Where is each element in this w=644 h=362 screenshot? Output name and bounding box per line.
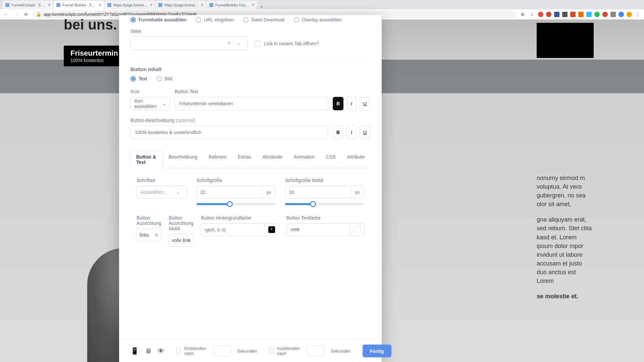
extensions-tray: ⚙ ☆ ⋮ [519,12,641,17]
favicon-icon [107,3,111,7]
close-icon[interactable]: × [252,3,254,7]
extension-icon[interactable] [610,12,616,17]
radio-funnelseite[interactable]: Funnelseite auswählen [130,17,186,20]
tab-strip: FunnelCockpit - Splittests, Ma× Funnel B… [0,0,644,9]
favicon-icon [158,3,162,7]
forward-button[interactable]: → [13,12,19,17]
extension-icon[interactable] [594,12,600,17]
avatar-icon[interactable] [627,12,632,17]
browser-tab[interactable]: FunnelBuilder Funktionen & Ei× [207,1,257,9]
radio-overlay[interactable]: Overlay auswählen [294,17,342,20]
radio-url[interactable]: URL eingeben [196,17,234,20]
extension-icon[interactable] [546,12,551,17]
browser-tab[interactable]: https://page.funnelcockpit.co× [156,1,206,9]
extension-icon[interactable] [602,12,608,17]
link-target-radios: Funnelseite auswählen URL eingeben Datei… [130,17,370,20]
extension-icon[interactable] [578,12,584,17]
menu-icon[interactable]: ⋮ [635,12,641,17]
radio-download[interactable]: Datei Download [243,17,284,20]
close-icon[interactable]: × [48,3,50,7]
close-icon[interactable]: × [99,3,101,7]
extension-icon[interactable] [570,12,576,17]
extension-icon[interactable] [554,12,559,17]
back-button[interactable]: ← [3,12,9,17]
browser-tab[interactable]: FunnelCockpit - Splittests, Ma× [3,1,53,9]
reload-button[interactable]: ⟳ [23,12,30,17]
browser-tab[interactable]: Funnel Builder - FunnelCockpit× [54,1,104,9]
extension-icon[interactable] [538,12,543,17]
new-tab-button[interactable]: + [258,4,266,9]
close-icon[interactable]: × [150,3,152,7]
button-editor-modal: Funnelseite auswählen URL eingeben Datei… [119,15,382,20]
favicon-icon [209,3,213,7]
favicon-icon [5,3,9,7]
star-icon[interactable]: ☆ [529,12,535,17]
close-icon[interactable]: × [201,3,203,7]
extension-icon[interactable] [619,12,624,17]
extension-icon[interactable] [586,12,592,17]
extension-icon[interactable] [562,12,568,17]
lock-icon: 🔒 [36,12,41,17]
browser-tab[interactable]: https://page.funnelcockpit.co× [105,1,155,9]
settings-icon[interactable]: ⚙ [519,12,526,17]
favicon-icon [56,3,60,7]
